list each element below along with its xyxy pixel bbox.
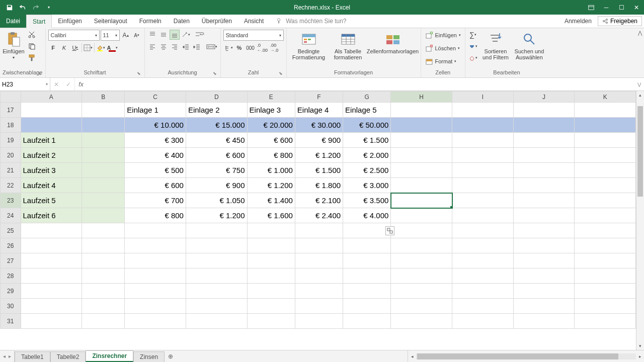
cell-J21[interactable] bbox=[513, 163, 575, 178]
cell-D22[interactable]: € 900 bbox=[186, 178, 247, 193]
scroll-left-icon[interactable]: ◂ bbox=[408, 354, 416, 359]
cell-I25[interactable] bbox=[452, 223, 514, 238]
cell-C20[interactable]: € 400 bbox=[125, 148, 186, 163]
sheet-tab-tabelle2[interactable]: Tabelle2 bbox=[50, 351, 86, 362]
cell-F23[interactable]: € 2.100 bbox=[295, 193, 343, 208]
cell-C30[interactable] bbox=[125, 299, 186, 314]
column-header-I[interactable]: I bbox=[452, 92, 514, 103]
align-bottom-button[interactable] bbox=[170, 30, 180, 40]
delete-cells-button[interactable]: Löschen ▾ bbox=[424, 43, 462, 54]
row-header-30[interactable]: 30 bbox=[1, 299, 21, 314]
cell-B29[interactable] bbox=[82, 284, 125, 299]
cell-D25[interactable] bbox=[186, 223, 247, 238]
collapse-ribbon-icon[interactable]: ⋀ bbox=[638, 30, 642, 36]
column-header-H[interactable]: H bbox=[391, 92, 452, 103]
italic-button[interactable]: K bbox=[59, 43, 69, 53]
cell-G29[interactable] bbox=[343, 284, 391, 299]
cell-H25[interactable] bbox=[391, 223, 452, 238]
cell-J23[interactable] bbox=[513, 193, 575, 208]
decrease-decimal-button[interactable]: .00→.0 bbox=[269, 43, 279, 53]
sheet-nav-next-icon[interactable]: ▸ bbox=[9, 353, 11, 359]
cell-B23[interactable] bbox=[82, 193, 125, 208]
cell-B17[interactable] bbox=[82, 103, 125, 118]
cell-F21[interactable]: € 1.500 bbox=[295, 163, 343, 178]
vertical-scroll-thumb[interactable] bbox=[637, 106, 643, 197]
fx-icon[interactable]: fx bbox=[75, 78, 87, 90]
cell-J28[interactable] bbox=[513, 268, 575, 284]
cell-F19[interactable]: € 900 bbox=[295, 133, 343, 148]
cell-F28[interactable] bbox=[295, 268, 343, 284]
cell-B19[interactable] bbox=[82, 133, 125, 148]
cell-G22[interactable]: € 3.000 bbox=[343, 178, 391, 193]
find-select-button[interactable]: Suchen und Auswählen bbox=[513, 30, 545, 63]
cell-F17[interactable]: Einlage 4 bbox=[295, 103, 343, 118]
font-size-select[interactable]: 11▾ bbox=[101, 30, 120, 41]
cell-H30[interactable] bbox=[391, 299, 452, 314]
cell-J31[interactable] bbox=[513, 314, 575, 329]
cell-D30[interactable] bbox=[186, 299, 247, 314]
column-header-A[interactable]: A bbox=[21, 92, 82, 103]
cell-D17[interactable]: Einlage 2 bbox=[186, 103, 247, 118]
column-header-F[interactable]: F bbox=[295, 92, 343, 103]
cell-C25[interactable] bbox=[125, 223, 186, 238]
cell-E21[interactable]: € 1.000 bbox=[247, 163, 295, 178]
alignment-dialog-icon[interactable]: ⬊ bbox=[213, 71, 217, 76]
cell-G23[interactable]: € 3.500 bbox=[343, 193, 391, 208]
align-right-button[interactable] bbox=[170, 42, 180, 52]
format-as-table-button[interactable]: Als Tabelle formatieren bbox=[331, 30, 366, 63]
cell-H21[interactable] bbox=[391, 163, 452, 178]
decrease-font-button[interactable]: A▾ bbox=[132, 30, 142, 40]
cell-D27[interactable] bbox=[186, 253, 247, 268]
cell-G25[interactable] bbox=[343, 223, 391, 238]
cell-B20[interactable] bbox=[82, 148, 125, 163]
cell-E28[interactable] bbox=[247, 268, 295, 284]
autosum-button[interactable]: ∑▾ bbox=[468, 30, 478, 40]
cell-H18[interactable] bbox=[391, 118, 452, 133]
cell-G18[interactable]: € 50.000 bbox=[343, 118, 391, 133]
cell-F20[interactable]: € 1.200 bbox=[295, 148, 343, 163]
cell-I27[interactable] bbox=[452, 253, 514, 268]
comma-style-button[interactable]: 000 bbox=[246, 43, 256, 53]
cell-I20[interactable] bbox=[452, 148, 514, 163]
font-dialog-icon[interactable]: ⬊ bbox=[137, 71, 141, 76]
cell-H31[interactable] bbox=[391, 314, 452, 329]
font-name-select[interactable]: Calibri▾ bbox=[48, 30, 100, 41]
tab-home[interactable]: Start bbox=[26, 15, 52, 28]
cell-C18[interactable]: € 10.000 bbox=[125, 118, 186, 133]
align-left-button[interactable] bbox=[147, 42, 157, 52]
cell-G24[interactable]: € 4.000 bbox=[343, 208, 391, 223]
cell-C24[interactable]: € 800 bbox=[125, 208, 186, 223]
redo-icon[interactable] bbox=[30, 2, 41, 13]
row-header-23[interactable]: 23 bbox=[1, 193, 21, 208]
autofill-options-icon[interactable] bbox=[385, 226, 394, 235]
percent-button[interactable]: % bbox=[234, 43, 245, 53]
cell-K31[interactable] bbox=[575, 314, 636, 329]
horizontal-scrollbar[interactable]: ◂ ▸ bbox=[408, 350, 644, 362]
cell-H28[interactable] bbox=[391, 268, 452, 284]
cell-G17[interactable]: Einlage 5 bbox=[343, 103, 391, 118]
cell-I28[interactable] bbox=[452, 268, 514, 284]
enter-formula-icon[interactable]: ✓ bbox=[62, 81, 74, 88]
paste-button[interactable]: Einfügen ▾ bbox=[3, 30, 25, 63]
cell-E19[interactable]: € 600 bbox=[247, 133, 295, 148]
cell-G28[interactable] bbox=[343, 268, 391, 284]
cell-J17[interactable] bbox=[513, 103, 575, 118]
cell-K26[interactable] bbox=[575, 238, 636, 253]
cell-C26[interactable] bbox=[125, 238, 186, 253]
column-header-E[interactable]: E bbox=[247, 92, 295, 103]
number-dialog-icon[interactable]: ⬊ bbox=[279, 71, 283, 76]
cell-C31[interactable] bbox=[125, 314, 186, 329]
cell-I26[interactable] bbox=[452, 238, 514, 253]
increase-font-button[interactable]: A▴ bbox=[121, 30, 131, 40]
name-box[interactable]: H23▾ bbox=[0, 78, 50, 90]
cell-C29[interactable] bbox=[125, 284, 186, 299]
ribbon-options-icon[interactable] bbox=[584, 0, 599, 15]
cell-E25[interactable] bbox=[247, 223, 295, 238]
cell-K19[interactable] bbox=[575, 133, 636, 148]
cell-E20[interactable]: € 800 bbox=[247, 148, 295, 163]
cell-H29[interactable] bbox=[391, 284, 452, 299]
cell-B26[interactable] bbox=[82, 238, 125, 253]
tab-insert[interactable]: Einfügen bbox=[52, 15, 88, 28]
cell-E29[interactable] bbox=[247, 284, 295, 299]
row-header-25[interactable]: 25 bbox=[1, 223, 21, 238]
